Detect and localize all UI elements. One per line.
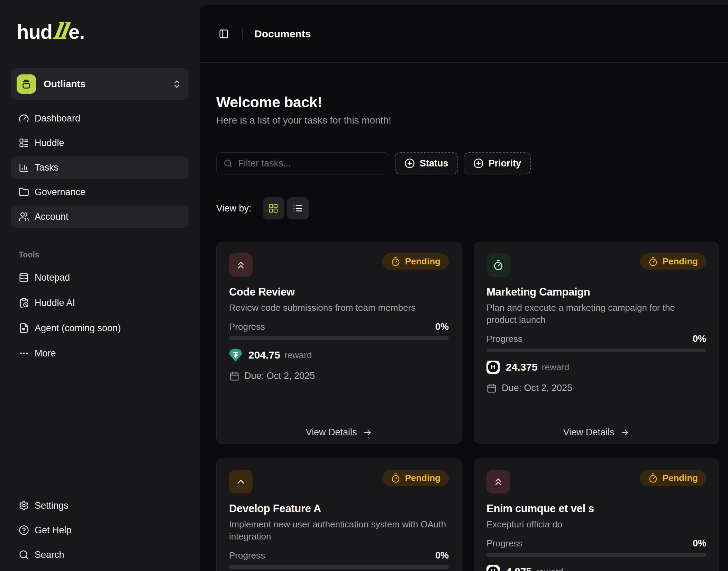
task-description: Review code submissions from team member…	[229, 302, 449, 314]
task-description: Plan and execute a marketing campaign fo…	[486, 302, 706, 326]
sidebar-item-tasks[interactable]: Tasks	[11, 156, 189, 179]
filter-toolbar: Status Priority	[216, 152, 719, 174]
priority-button-label: Priority	[489, 158, 521, 169]
timer-icon	[391, 473, 401, 483]
progress-bar	[486, 553, 706, 557]
file-w-icon	[19, 323, 29, 333]
sidebar-item-account[interactable]: Account	[11, 206, 189, 228]
logo-star-icon: ✦	[51, 24, 59, 36]
chevrons-up-icon	[493, 476, 504, 487]
reward-unit-label: reward	[542, 362, 569, 373]
task-card-grid: Pending Code Review Review code submissi…	[216, 242, 719, 571]
arrow-right-icon	[620, 428, 630, 437]
search-icon	[224, 159, 233, 168]
view-by-row: View by:	[216, 197, 719, 219]
sidebar-item-governance[interactable]: Governance	[11, 181, 189, 203]
priority-urgent-tile	[486, 470, 510, 493]
sidebar-item-get-help[interactable]: Get Help	[11, 519, 189, 541]
list-view-icon	[293, 203, 303, 214]
progress-value: 0%	[435, 550, 449, 561]
sidebar-item-label: Agent (coming soon)	[35, 323, 121, 334]
priority-normal-tile	[486, 253, 510, 277]
tools-section-label: Tools	[19, 250, 189, 260]
status-badge-label: Pending	[662, 473, 698, 483]
sidebar-item-label: Search	[35, 550, 64, 560]
sidebar-item-settings[interactable]: Settings	[11, 495, 189, 517]
sidebar-item-label: Dashboard	[35, 113, 80, 124]
due-date: Due: Oct 2, 2025	[244, 371, 315, 381]
progress-label: Progress	[486, 334, 522, 344]
sidebar-item-dashboard[interactable]: Dashboard	[11, 107, 189, 129]
arrow-right-icon	[363, 428, 372, 437]
workspace-selector[interactable]: Outliants	[11, 68, 189, 100]
status-badge-label: Pending	[405, 473, 440, 483]
header-divider	[242, 29, 243, 39]
timer-icon	[391, 256, 401, 266]
logo-text-e: e.	[69, 20, 84, 43]
welcome-title: Welcome back!	[216, 94, 719, 111]
sidebar-item-label: Notepad	[35, 272, 70, 283]
sidebar-item-search[interactable]: Search	[11, 544, 189, 566]
task-card: Pending Enim cumque et vel s Excepturi o…	[474, 459, 719, 571]
status-badge-label: Pending	[662, 256, 698, 267]
sidebar-item-label: More	[35, 348, 56, 359]
workspace-name: Outliants	[44, 79, 85, 90]
sidebar-item-label: Huddle AI	[35, 298, 75, 308]
progress-label: Progress	[229, 550, 265, 561]
sidebar-item-more[interactable]: More	[11, 342, 189, 364]
priority-filter-button[interactable]: Priority	[464, 152, 531, 174]
sidebar-item-huddle[interactable]: Huddle	[11, 132, 189, 154]
chevron-up-icon	[235, 476, 246, 487]
sidebar-item-notepad[interactable]: Notepad	[11, 266, 189, 289]
view-details-label: View Details	[563, 427, 614, 438]
timer-icon	[648, 256, 658, 266]
view-details-button[interactable]: View Details	[474, 421, 719, 444]
sidebar-item-huddle-ai[interactable]: Huddle AI	[11, 292, 189, 314]
logo-text-hud: hud	[17, 20, 52, 43]
status-button-label: Status	[420, 158, 448, 169]
progress-value: 0%	[693, 334, 706, 344]
huddle-logo: hudlle. ✦	[17, 18, 189, 45]
page-title: Documents	[254, 28, 311, 40]
reward-amount: 204.75	[248, 349, 280, 361]
progress-bar	[486, 348, 706, 352]
task-card: Pending Code Review Review code submissi…	[216, 242, 462, 444]
panel-left-icon	[219, 29, 229, 39]
filter-tasks-input[interactable]	[238, 158, 382, 169]
folder-icon	[19, 187, 29, 197]
bar-chart-icon	[19, 162, 29, 173]
main-panel: Documents Welcome back! Here is a list o…	[200, 5, 728, 571]
sidebar-footer: Settings Get Help Search	[11, 495, 189, 568]
status-filter-button[interactable]: Status	[395, 152, 458, 174]
grid-view-icon	[268, 203, 279, 214]
progress-value: 0%	[435, 321, 449, 332]
grid-view-button[interactable]	[263, 197, 284, 219]
tether-coin-icon: ₮	[229, 348, 242, 362]
sidebar-item-agent[interactable]: Agent (coming soon)	[11, 317, 189, 339]
archive-box-icon	[21, 79, 32, 90]
sidebar-item-label: Tasks	[35, 162, 58, 173]
status-badge: Pending	[382, 253, 449, 270]
sidebar-nav: Dashboard Huddle Tasks Governance Accoun…	[11, 107, 189, 230]
circle-plus-icon	[404, 158, 415, 169]
ellipsis-icon	[19, 348, 29, 359]
progress-label: Progress	[486, 538, 522, 549]
sidebar-item-label: Settings	[35, 500, 69, 511]
workspace-icon	[17, 74, 36, 94]
priority-urgent-tile	[229, 253, 253, 277]
reward-unit-label: reward	[284, 350, 312, 361]
sidebar-item-label: Account	[35, 211, 69, 222]
chevrons-up-down-icon	[172, 79, 182, 89]
task-description: Excepturi officia do	[486, 518, 706, 531]
task-title: Enim cumque et vel s	[486, 502, 706, 515]
chevrons-up-icon	[235, 260, 246, 271]
sidebar-toggle-button[interactable]	[219, 29, 229, 39]
database-icon	[19, 272, 29, 283]
gauge-icon	[19, 113, 29, 124]
progress-value: 0%	[693, 538, 706, 549]
task-card: Pending Marketing Campaign Plan and exec…	[474, 242, 719, 444]
list-view-button[interactable]	[287, 197, 309, 219]
welcome-subtitle: Here is a list of your tasks for this mo…	[216, 115, 719, 126]
view-by-label: View by:	[216, 203, 252, 214]
view-details-button[interactable]: View Details	[217, 421, 461, 444]
